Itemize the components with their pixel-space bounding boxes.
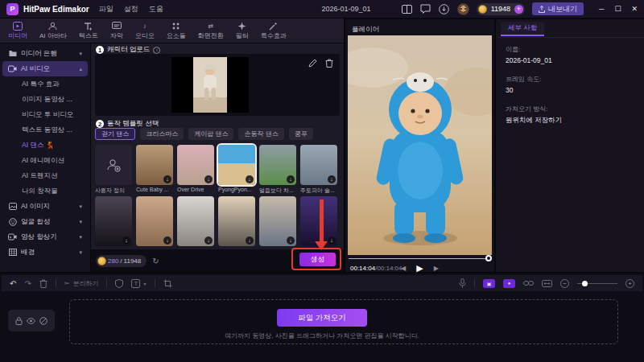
tab-filters[interactable]: 필터 — [236, 21, 249, 40]
chevron-down-icon[interactable]: ▾ — [79, 51, 82, 57]
template-dance-6[interactable]: ↓ — [300, 196, 337, 246]
chevron-down-icon[interactable]: ▾ — [79, 204, 82, 210]
video-preview[interactable] — [348, 35, 492, 255]
menu-settings[interactable]: 설정 — [124, 4, 138, 14]
redo-button[interactable]: ↷ — [24, 279, 31, 288]
delete-character-icon[interactable] — [325, 59, 333, 68]
zoom-slider[interactable] — [577, 283, 617, 284]
maximize-button[interactable]: ☐ — [614, 5, 621, 13]
tab-ai-avatar[interactable]: AI 아바타 — [39, 21, 67, 40]
template-colder-than-ice[interactable]: ↓ — [259, 145, 296, 185]
zoom-out-button[interactable]: − — [560, 279, 569, 288]
template-zootopia[interactable]: ↓ — [300, 145, 337, 185]
template-dance-5[interactable]: ↓ — [259, 196, 296, 246]
download-icon[interactable]: ↓ — [287, 237, 295, 245]
undo-button[interactable]: ↶ — [10, 279, 16, 288]
template-dance-1[interactable]: ↓ — [95, 196, 132, 246]
next-frame-button[interactable]: ▶ — [434, 265, 439, 272]
fit-timeline-icon[interactable] — [542, 280, 552, 287]
sidebar-item-my-creations[interactable]: 나의 창작물 — [0, 183, 90, 199]
template-dance-2[interactable]: ↓ — [136, 196, 173, 246]
category-tab-walking-dance[interactable]: 걷기 댄스 — [95, 128, 135, 140]
character-upload-area[interactable] — [95, 54, 340, 116]
category-tab-christmas[interactable]: 크리스마스 — [140, 128, 184, 140]
template-custom[interactable] — [95, 145, 132, 185]
template-cute-baby[interactable]: ↓ — [136, 145, 173, 185]
sidebar-item-ai-video[interactable]: AI 비디오 ▴ — [2, 61, 88, 76]
category-tab-kpop-dance[interactable]: 케이팝 댄스 — [188, 128, 233, 140]
sidebar-item-background[interactable]: 배경 ▾ — [2, 245, 88, 260]
chevron-up-icon[interactable]: ▴ — [79, 66, 82, 72]
magnet-toggle-icon[interactable]: ▣ — [483, 279, 495, 288]
download-icon[interactable]: ↓ — [287, 175, 295, 183]
sidebar-item-text-to-video[interactable]: 텍스트 동영상 ... — [0, 122, 90, 138]
sidebar-item-face-swap[interactable]: 얼굴 합성 ▾ — [2, 214, 88, 229]
tab-transitions[interactable]: ⇄ 화면전환 — [198, 21, 224, 40]
show-track-icon[interactable] — [27, 318, 35, 324]
sidebar-item-ai-animation[interactable]: AI 애니메이션 — [0, 153, 90, 168]
minimize-button[interactable]: ─ — [599, 5, 604, 13]
chevron-down-icon[interactable]: ▾ — [79, 234, 82, 241]
tab-text[interactable]: 텍스트 — [79, 21, 98, 40]
refresh-icon[interactable]: ↻ — [152, 257, 159, 265]
sidebar-item-media-bank[interactable]: 미디어 은행 ▾ — [2, 46, 88, 61]
menu-file[interactable]: 파일 — [99, 4, 114, 14]
linking-toggle-icon[interactable]: ● — [503, 279, 515, 288]
scrubber-knob[interactable] — [485, 255, 492, 261]
player-scrubber[interactable] — [349, 258, 488, 259]
tab-elements[interactable]: 요소들 — [167, 21, 186, 40]
split-button[interactable]: ✂ 분리하기 — [64, 279, 99, 288]
tab-subtitles[interactable]: 자막 — [110, 21, 123, 40]
link-icon[interactable] — [523, 280, 534, 286]
sidebar-item-ai-image[interactable]: AI 이미지 ▾ — [2, 199, 88, 214]
sidebar-item-ai-effects[interactable]: AI 특수 효과 — [0, 76, 90, 92]
sidebar-item-ai-dance[interactable]: AI 댄스 💃 — [0, 138, 90, 153]
zoom-in-button[interactable]: + — [625, 279, 634, 288]
zoom-slider-knob[interactable] — [582, 281, 588, 286]
mute-track-icon[interactable] — [39, 317, 47, 325]
info-icon[interactable]: i — [153, 47, 160, 54]
microphone-icon[interactable] — [459, 278, 466, 288]
download-icon[interactable]: ↓ — [204, 175, 213, 183]
play-button[interactable]: ▶ — [416, 263, 423, 274]
template-dance-3[interactable]: ↓ — [177, 196, 214, 246]
download-icon[interactable]: ↓ — [163, 237, 171, 245]
category-tab-kungfu[interactable]: 쿵푸 — [289, 128, 313, 140]
tab-details[interactable]: 세부 사항 — [501, 22, 544, 36]
download-icon[interactable]: ↓ — [204, 237, 213, 245]
chevron-down-icon[interactable]: ▾ — [79, 219, 82, 225]
download-icon[interactable]: ↓ — [328, 237, 336, 245]
sidebar-item-video-enhancer[interactable]: 영상 향상기 ▾ — [2, 229, 88, 245]
add-coins-button[interactable]: + — [514, 5, 523, 14]
lock-track-icon[interactable] — [15, 317, 23, 325]
download-icon[interactable]: ↓ — [122, 237, 130, 245]
template-pyongpyon[interactable]: ↓ — [218, 145, 255, 185]
import-file-button[interactable]: 파일 가져오기 — [277, 309, 367, 327]
tab-effects[interactable]: 특수효과 — [261, 21, 287, 40]
template-dance-4[interactable]: ↓ — [218, 196, 255, 246]
download-icon[interactable]: ↓ — [328, 175, 336, 183]
crop-shield-icon[interactable] — [115, 279, 123, 288]
export-button[interactable]: 내보내기 — [532, 2, 584, 15]
download-icon[interactable]: ↓ — [163, 175, 171, 183]
download-icon[interactable]: ↓ — [246, 175, 254, 183]
close-button[interactable]: ✕ — [631, 5, 638, 13]
text-tool-button[interactable]: T ▾ — [131, 279, 146, 288]
sidebar-item-image-to-video[interactable]: 이미지 동영상 ... — [0, 92, 90, 107]
coin-balance-pill[interactable]: 11948 + — [477, 3, 525, 15]
menu-help[interactable]: 도움 — [149, 4, 163, 14]
edit-character-icon[interactable] — [308, 59, 317, 68]
previous-frame-button[interactable]: ◀ — [401, 265, 406, 272]
sidebar-item-ai-transition[interactable]: AI 트랜지션 — [0, 168, 90, 183]
crop-frame-icon[interactable] — [163, 279, 172, 288]
sidebar-item-video-to-video[interactable]: 비디오 투 비디오 — [0, 107, 90, 122]
category-tab-hand-dance[interactable]: 손동작 댄스 — [238, 128, 283, 140]
tab-media[interactable]: 미디어 — [8, 21, 27, 40]
download-icon[interactable]: ↓ — [246, 237, 254, 245]
chevron-down-icon[interactable]: ▾ — [79, 249, 82, 256]
generate-button[interactable]: 생성 — [299, 253, 336, 266]
template-over-drive[interactable]: ↓ — [177, 145, 214, 185]
delete-clip-icon[interactable] — [39, 279, 47, 288]
user-avatar[interactable] — [457, 3, 469, 15]
tab-audio[interactable]: ♪ 오디오 — [135, 21, 155, 40]
